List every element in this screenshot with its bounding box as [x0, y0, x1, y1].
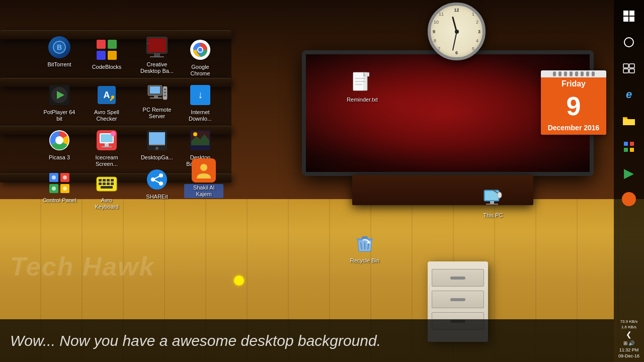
- pc-remote-label: PC Remote Server: [137, 106, 177, 120]
- svg-point-64: [147, 169, 167, 190]
- desktop-game-icon-img: [145, 128, 169, 152]
- task-view-button[interactable]: [617, 56, 641, 80]
- icon-avro-spell[interactable]: A Avro Spell Checker: [87, 83, 127, 123]
- svg-rect-10: [147, 43, 149, 44]
- svg-rect-60: [103, 183, 106, 185]
- icon-codeblocks[interactable]: CodeBlocks: [87, 38, 127, 71]
- drawer-handle-2: [450, 298, 465, 301]
- icon-internet-download[interactable]: ↓ Internet Downlo...: [180, 83, 220, 123]
- creative-desktop-label: Creative Desktop Ba...: [137, 61, 177, 75]
- codeblocks-label: CodeBlocks: [91, 63, 123, 71]
- svg-point-26: [164, 88, 166, 90]
- svg-rect-87: [629, 11, 634, 16]
- icecream-icon-img: [95, 128, 119, 152]
- icon-icecream[interactable]: Icecream Screen...: [87, 128, 127, 168]
- svg-rect-73: [365, 72, 369, 76]
- bittorrent-label: BitTorrent: [46, 61, 72, 68]
- svg-rect-24: [150, 98, 162, 99]
- store-button[interactable]: [617, 135, 641, 159]
- system-time: 11:32 PM: [619, 347, 639, 353]
- spiral-dot: [558, 71, 561, 76]
- play-button[interactable]: ▶: [617, 161, 641, 185]
- internet-download-label: Internet Downlo...: [181, 109, 220, 123]
- svg-point-38: [111, 131, 116, 136]
- bittorrent-icon-img: B: [47, 35, 71, 59]
- svg-rect-62: [111, 183, 114, 185]
- svg-point-82: [498, 192, 502, 198]
- taskbar-icons: ⊞ 🔊: [623, 340, 635, 347]
- network-speed-down: 1.6 KB/s: [621, 324, 636, 330]
- icon-shakil-al-kajem[interactable]: Shakil Al Kajem: [184, 158, 224, 198]
- file-explorer-button[interactable]: [617, 109, 641, 133]
- sidebar-chevron[interactable]: ❮: [626, 330, 632, 340]
- svg-rect-84: [362, 236, 368, 239]
- internet-download-icon-img: ↓: [188, 83, 212, 107]
- icon-desktop-game[interactable]: DesktopGa...: [137, 128, 177, 161]
- spiral-dot: [581, 71, 584, 76]
- svg-rect-95: [624, 142, 628, 146]
- svg-rect-4: [97, 51, 106, 60]
- svg-rect-86: [623, 11, 628, 16]
- minute-hand: [452, 31, 457, 51]
- reminder-label: Reminder.txt: [345, 96, 379, 104]
- calendar-date: 9: [541, 90, 606, 122]
- avro-spell-icon-img: A: [95, 83, 119, 107]
- svg-rect-79: [490, 201, 494, 204]
- search-button[interactable]: [617, 30, 641, 54]
- icon-recycle-bin[interactable]: Recycle Bin: [345, 231, 385, 264]
- svg-rect-40: [149, 132, 165, 144]
- svg-rect-9: [150, 56, 164, 57]
- spiral-dot: [592, 71, 595, 76]
- orange-app-button[interactable]: [617, 187, 641, 211]
- desktop-game-label: DesktopGa...: [139, 154, 175, 161]
- icon-potplayer[interactable]: PotPlayer 64 bit: [39, 83, 79, 123]
- icon-creative-desktop[interactable]: Creative Desktop Ba...: [137, 35, 177, 75]
- this-pc-label: This PC: [481, 212, 504, 219]
- cursor-dot: [234, 276, 244, 286]
- svg-rect-91: [623, 64, 628, 68]
- svg-rect-5: [108, 51, 117, 60]
- svg-rect-97: [624, 148, 628, 152]
- svg-rect-41: [149, 144, 165, 145]
- icon-pc-remote[interactable]: PC Remote Server: [137, 80, 177, 120]
- calendar-day: Friday: [541, 77, 606, 90]
- svg-rect-58: [111, 179, 114, 182]
- icon-picasa[interactable]: Picasa 3: [39, 128, 79, 161]
- svg-point-14: [198, 48, 202, 52]
- control-panel-label: Control Panel: [41, 197, 78, 204]
- calendar-spiral: [541, 70, 606, 77]
- icon-bittorrent[interactable]: B BitTorrent: [39, 35, 79, 68]
- icon-shareit[interactable]: SHAREit: [137, 167, 177, 201]
- picasa-icon-img: [47, 128, 71, 152]
- network-speed-up: 73.9 KB/s: [620, 319, 638, 324]
- google-chrome-label: Google Chrome: [181, 63, 220, 77]
- picasa-label: Picasa 3: [47, 154, 71, 161]
- icon-this-pc[interactable]: This PC: [473, 186, 513, 219]
- codeblocks-icon-img: [95, 38, 119, 62]
- svg-text:↓: ↓: [198, 89, 203, 100]
- svg-rect-94: [629, 69, 634, 73]
- svg-rect-56: [103, 179, 106, 182]
- svg-point-20: [111, 96, 114, 99]
- shareit-label: SHAREit: [144, 193, 169, 201]
- recycle-bin-label: Recycle Bin: [349, 257, 381, 264]
- google-chrome-icon-img: [188, 38, 212, 62]
- icon-avro-keyboard[interactable]: Avro Keyboard: [87, 171, 127, 211]
- cabinet-drawer-1[interactable]: [432, 269, 484, 287]
- start-button[interactable]: [617, 4, 641, 28]
- wall-clock: 12 3 6 9 1 11 2 4 5 7 8 10: [428, 3, 486, 60]
- icon-google-chrome[interactable]: Google Chrome: [180, 38, 220, 77]
- edge-button[interactable]: e: [617, 82, 641, 107]
- control-panel-icon-img: [47, 171, 71, 195]
- reminder-icon-img: [350, 70, 374, 95]
- svg-rect-37: [102, 146, 112, 147]
- shakil-icon-img: [192, 158, 216, 183]
- icon-reminder-txt[interactable]: Reminder.txt: [342, 70, 382, 104]
- icon-control-panel[interactable]: Control Panel: [39, 171, 79, 204]
- svg-rect-93: [623, 69, 628, 73]
- creative-desktop-icon-img: [145, 35, 169, 59]
- cabinet-drawer-2[interactable]: [432, 291, 484, 308]
- recycle-bin-icon-img: [353, 231, 377, 255]
- spiral-dot: [575, 71, 578, 76]
- svg-rect-22: [150, 86, 160, 94]
